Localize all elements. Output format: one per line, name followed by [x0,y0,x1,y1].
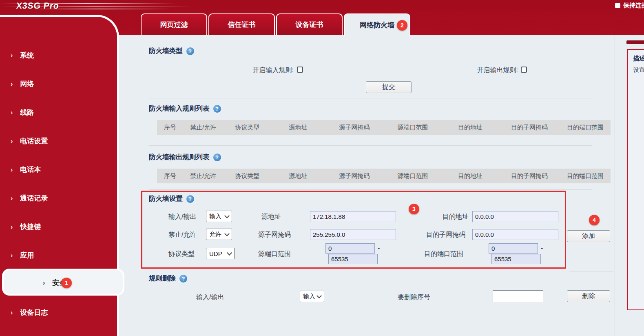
range-separator: - [541,245,543,252]
deny-permit-select[interactable]: 允许 [206,229,232,240]
firewall-settings-heading: 防火墙设置 ? [149,194,194,203]
column-header: 目的地址 [442,124,499,131]
sidebar-item-phonebook[interactable]: › 电话本 [11,165,41,174]
help-icon[interactable]: ? [179,275,187,283]
enable-output-rules-checkbox[interactable] [521,67,527,73]
help-icon[interactable]: ? [213,154,221,161]
src-port-from-input[interactable] [325,243,375,254]
sidebar-item-network[interactable]: › 网络 [11,79,34,89]
dst-address-input[interactable] [472,211,558,222]
dst-mask-label: 目的子网掩码 [426,231,465,239]
sidebar-item-label: 网络 [20,79,34,89]
divider [569,271,613,271]
sidebar-item-system[interactable]: › 系统 [11,51,34,60]
app-logo: X3SG Pro [16,1,60,11]
dst-port-from-input[interactable] [489,243,538,254]
protocol-select[interactable]: UDP [206,248,235,259]
keep-online-label: 保持连接 [623,2,644,9]
firewall-type-heading: 防火墙类型 ? [149,47,194,56]
sidebar-item-label: 通话记录 [20,194,48,203]
output-rules-heading: 防火墙输出规则列表 ? [149,153,221,162]
divider [149,98,592,98]
tab-device-certificates[interactable]: 设备证书 [276,13,343,35]
rule-delete-heading: 规则删除 ? [149,274,187,283]
column-header: 协议类型 [223,172,271,180]
sidebar-item-label: 应用 [20,251,34,260]
delete-button[interactable]: 删除 [567,290,610,302]
chevron-down-icon [227,250,232,256]
chevron-right-icon: › [11,252,13,259]
select-value: UDP [209,250,222,257]
output-rules-table-header: 序号 禁止/允许 协议类型 源地址 源子网掩码 源端口范围 目的地址 目的子网掩… [157,169,611,183]
delete-direction-select[interactable]: 输入 [300,291,324,302]
chevron-right-icon: › [11,52,13,59]
column-header: 源端口范围 [384,172,442,180]
sidebar-item-device-log[interactable]: › 设备日志 [11,308,48,317]
sidebar-item-call-log[interactable]: › 通话记录 [11,194,48,203]
help-icon[interactable]: ? [186,195,194,203]
src-address-input[interactable] [310,211,396,222]
tab-trust-certificates[interactable]: 信任证书 [208,13,275,35]
page: X3SG Pro 保持连接 › 系统 › 网络 › 线路 › 电话设置 › 电话… [0,0,644,336]
chevron-down-icon [224,213,230,218]
column-header: 目的子网掩码 [499,124,560,131]
column-header: 目的端口范围 [560,124,611,131]
column-header: 目的子网掩码 [499,172,560,180]
description-title: 描述 [633,55,644,62]
input-rules-table-header: 序号 禁止/允许 协议类型 源地址 源子网掩码 源端口范围 目的地址 目的子网掩… [157,120,611,135]
src-mask-input[interactable] [310,229,396,240]
delete-index-input[interactable] [493,290,543,302]
add-button[interactable]: 添加 [567,230,610,242]
sidebar-item-label: 系统 [20,51,34,60]
dst-port-to-input[interactable] [491,254,541,264]
keep-online-toggle[interactable]: 保持连接 [615,2,644,9]
sidebar-item-label: 线路 [20,108,34,117]
src-port-range-label: 源端口范围 [258,250,291,258]
sidebar-item-application[interactable]: › 应用 [11,251,34,260]
deny-permit-label: 禁止/允许 [168,231,196,239]
column-header: 序号 [157,124,183,131]
section-title: 规则删除 [149,274,176,283]
column-header: 源端口范围 [384,124,442,131]
src-port-to-input[interactable] [328,254,378,264]
column-header: 目的端口范围 [560,172,611,180]
column-header: 源子网掩码 [325,172,384,180]
annotation-step-2-badge: 2 [397,20,407,31]
chevron-down-icon [224,231,230,236]
description-panel-top-bar [626,40,644,44]
sidebar-item-label: 快捷键 [20,222,41,231]
column-header: 源子网掩码 [325,124,384,131]
sidebar-item-line[interactable]: › 线路 [11,108,34,117]
tab-web-filter[interactable]: 网页过滤 [141,13,207,35]
column-header: 协议类型 [223,124,271,131]
chevron-right-icon: › [11,195,13,202]
protocol-label: 协议类型 [168,250,195,258]
sidebar-item-function-key[interactable]: › 快捷键 [11,222,41,231]
help-icon[interactable]: ? [213,105,221,113]
tab-label: 网络防火墙 [360,20,394,30]
chevron-right-icon: › [43,279,45,287]
delete-index-label: 要删除序号 [398,293,430,302]
dst-port-range-label: 目的端口范围 [424,250,463,258]
chevron-right-icon: › [11,80,13,88]
sidebar-item-label: 设备日志 [20,308,48,317]
annotation-step-3-badge: 3 [409,204,419,214]
tab-label: 网页过滤 [160,20,188,29]
section-title: 防火墙输出规则列表 [149,153,210,162]
enable-input-rules-checkbox[interactable] [297,67,303,73]
divider [149,189,592,190]
direction-select[interactable]: 输入 [206,211,232,222]
tab-label: 设备证书 [296,20,323,29]
annotation-step-1-badge: 1 [61,278,72,288]
submit-button[interactable]: 提交 [366,81,412,93]
tab-label: 信任证书 [228,20,256,29]
column-header: 目的地址 [442,172,499,180]
annotation-step-4-badge: 4 [589,215,600,225]
enable-input-rules-label: 开启输入规则: [220,66,294,75]
sidebar-item-label: 电话设置 [20,136,48,146]
help-icon[interactable]: ? [186,47,194,55]
dst-mask-input[interactable] [472,229,558,240]
column-header: 禁止/允许 [183,172,223,180]
range-separator: - [378,245,380,252]
sidebar-item-phone-settings[interactable]: › 电话设置 [11,136,48,146]
